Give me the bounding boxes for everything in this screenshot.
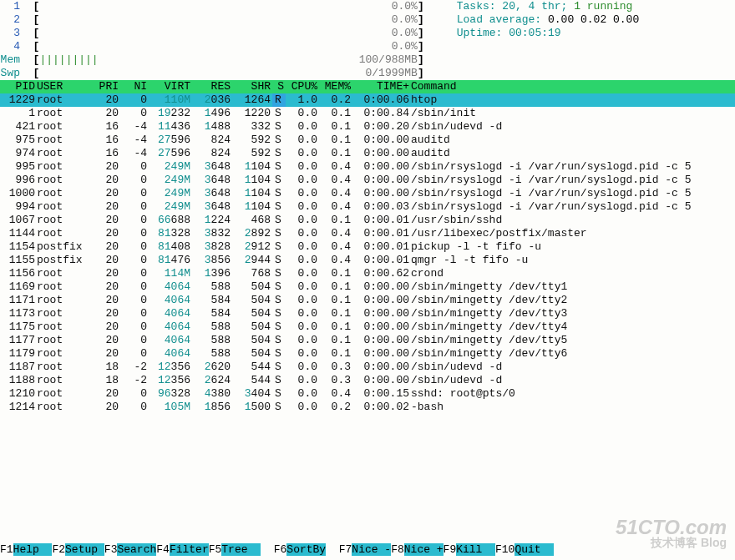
process-table: PIDUSERPRINIVIRTRESSHRSCPU%MEM%TIME+Comm… xyxy=(0,80,735,414)
table-row[interactable]: 995root200249M36481104S0.00.40:00.00/sbi… xyxy=(0,160,735,174)
table-row[interactable]: 1173root2004064584504S0.00.10:00.00/sbin… xyxy=(0,307,735,320)
table-row[interactable]: 1188root18-2123562624544S0.00.30:00.00/s… xyxy=(0,374,735,387)
col-mem[interactable]: MEM% xyxy=(319,80,352,93)
col-virt[interactable]: VIRT xyxy=(149,80,192,93)
flabel-nice[interactable]: Nice - xyxy=(352,543,391,556)
flabel-search[interactable]: Search xyxy=(117,543,156,556)
fkey-f2[interactable]: F2 xyxy=(52,543,65,556)
table-row[interactable]: 1210root2009632843803404S0.00.40:00.15ss… xyxy=(0,387,735,401)
col-cpu[interactable]: CPU% xyxy=(286,80,319,93)
col-pid[interactable]: PID xyxy=(0,80,37,93)
table-row[interactable]: 1067root200666881224468S0.00.10:00.01/us… xyxy=(0,214,735,227)
flabel-quit[interactable]: Quit xyxy=(514,543,554,556)
watermark: 51CTO.com 技术博客 Blog xyxy=(616,520,727,550)
table-row[interactable]: 1187root18-2123562620544S0.00.30:00.00/s… xyxy=(0,361,735,374)
table-row[interactable]: 1229root200110M20361264R1.00.20:00.06hto… xyxy=(0,93,735,107)
flabel-nice[interactable]: Nice + xyxy=(404,543,444,556)
table-row[interactable]: 421root16-4114361488332S0.00.10:00.20/sb… xyxy=(0,120,735,134)
col-user[interactable]: USER xyxy=(37,80,92,93)
table-row[interactable]: 1156root200114M1396768S0.00.10:00.62cron… xyxy=(0,267,735,280)
col-time[interactable]: TIME+ xyxy=(352,80,411,93)
col-shr[interactable]: SHR xyxy=(232,80,272,93)
fkey-f4[interactable]: F4 xyxy=(156,543,170,556)
flabel-tree[interactable]: Tree xyxy=(221,543,261,556)
col-ni[interactable]: NI xyxy=(120,80,149,93)
table-row[interactable]: 1155postfix2008147638562944S0.00.40:00.0… xyxy=(0,254,735,267)
fkey-f6[interactable]: F6 xyxy=(274,543,287,556)
flabel-setup[interactable]: Setup xyxy=(65,543,104,556)
table-row[interactable]: 975root16-427596824592S0.00.10:00.00audi… xyxy=(0,134,735,147)
col-s[interactable]: S xyxy=(272,80,286,93)
table-row[interactable]: 1144root2008132838322892S0.00.40:00.01/u… xyxy=(0,227,735,240)
col-res[interactable]: RES xyxy=(192,80,232,93)
table-row[interactable]: 1154postfix2008140838282912S0.00.40:00.0… xyxy=(0,240,735,254)
table-row[interactable]: 1000root200249M36481104S0.00.40:00.00/sb… xyxy=(0,187,735,200)
col-command[interactable]: Command xyxy=(411,80,735,93)
flabel-sortby[interactable]: SortBy xyxy=(286,543,326,556)
table-row[interactable]: 1175root2004064588504S0.00.10:00.00/sbin… xyxy=(0,320,735,334)
fkey-f9[interactable]: F9 xyxy=(444,543,457,556)
table-row[interactable]: 1169root2004064588504S0.00.10:00.00/sbin… xyxy=(0,280,735,294)
table-row[interactable]: 996root200249M36481104S0.00.40:00.00/sbi… xyxy=(0,174,735,187)
table-row[interactable]: 974root16-427596824592S0.00.10:00.00audi… xyxy=(0,147,735,160)
fkey-f3[interactable]: F3 xyxy=(104,543,118,556)
col-pri[interactable]: PRI xyxy=(92,80,120,93)
meters-panel: 1 [ 0.0%] Tasks: 20, 4 thr; 1 running2 [… xyxy=(0,0,735,80)
table-row[interactable]: 994root200249M36481104S0.00.40:00.03/sbi… xyxy=(0,200,735,214)
fkey-f5[interactable]: F5 xyxy=(209,543,222,556)
table-row[interactable]: 1179root2004064588504S0.00.10:00.00/sbin… xyxy=(0,347,735,361)
flabel-filter[interactable]: Filter xyxy=(170,543,209,556)
flabel-kill[interactable]: Kill xyxy=(456,543,495,556)
table-row[interactable]: 1root2001923214961220S0.00.10:00.84/sbin… xyxy=(0,107,735,120)
table-row[interactable]: 1177root2004064588504S0.00.10:00.00/sbin… xyxy=(0,334,735,347)
flabel-help[interactable]: Help xyxy=(13,543,53,556)
fkey-f10[interactable]: F10 xyxy=(495,543,514,556)
fkey-f1[interactable]: F1 xyxy=(0,543,13,556)
fkey-f7[interactable]: F7 xyxy=(339,543,352,556)
function-key-bar[interactable]: F1Help F2Setup F3SearchF4FilterF5Tree F6… xyxy=(0,543,554,557)
table-header-row[interactable]: PIDUSERPRINIVIRTRESSHRSCPU%MEM%TIME+Comm… xyxy=(0,80,735,93)
table-row[interactable]: 1171root2004064584504S0.00.10:00.00/sbin… xyxy=(0,294,735,307)
table-row[interactable]: 1214root200105M18561500S0.00.20:00.02-ba… xyxy=(0,401,735,414)
fkey-f8[interactable]: F8 xyxy=(391,543,404,556)
